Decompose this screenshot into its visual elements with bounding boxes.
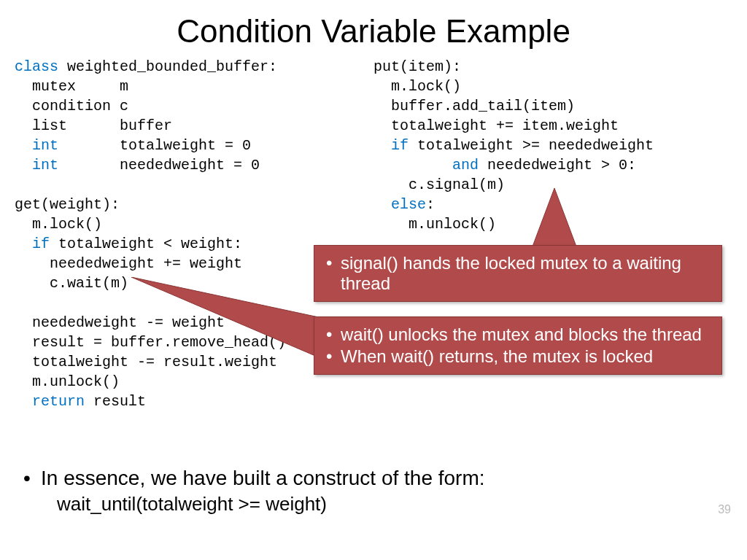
kw-return: return xyxy=(32,393,85,410)
code-text: condition c xyxy=(15,98,128,114)
code-text: c.wait(m) xyxy=(15,275,128,292)
svg-marker-1 xyxy=(131,277,336,365)
code-text: m.lock() xyxy=(374,78,461,95)
code-text: m.unlock() xyxy=(15,373,120,390)
kw-if: if xyxy=(32,236,50,252)
code-text: totalweight = 0 xyxy=(58,137,251,154)
code-text: buffer.add_tail(item) xyxy=(374,98,575,114)
callout-arrow-signal xyxy=(525,188,591,254)
callout-signal: signal() hands the locked mutex to a wai… xyxy=(314,245,722,302)
code-text xyxy=(15,393,32,410)
code-text: totalweight >= neededweight xyxy=(409,137,654,154)
code-text xyxy=(374,196,391,213)
code-text xyxy=(15,137,32,154)
code-text xyxy=(374,137,391,154)
page-number: 39 xyxy=(718,503,731,516)
code-text: totalweight += item.weight xyxy=(374,117,619,134)
bottom-note: In essence, we have built a construct of… xyxy=(22,467,485,516)
bottom-line1: In essence, we have built a construct of… xyxy=(22,467,485,490)
kw-and: and xyxy=(452,157,479,174)
code-text xyxy=(15,157,32,174)
code-text xyxy=(15,236,32,252)
code-text: mutex m xyxy=(15,78,128,95)
callout-bullet: wait() unlocks the mutex and blocks the … xyxy=(320,324,714,345)
kw-if: if xyxy=(391,137,409,154)
bottom-line2: wait_until(totalweight >= weight) xyxy=(22,493,485,516)
kw-int: int xyxy=(32,137,58,154)
code-text: neededweight > 0: xyxy=(479,157,636,174)
callout-arrow-wait xyxy=(131,277,336,365)
svg-marker-0 xyxy=(533,188,576,246)
kw-class: class xyxy=(15,58,58,75)
code-text: neededweight += weight xyxy=(15,255,242,272)
code-text: list buffer xyxy=(15,117,172,134)
code-text: neededweight = 0 xyxy=(58,157,260,174)
callout-bullet: When wait() returns, the mutex is locked xyxy=(320,346,714,367)
code-text: m.lock() xyxy=(15,216,102,233)
kw-else: else xyxy=(391,196,426,213)
code-text: put(item): xyxy=(374,58,461,75)
code-text xyxy=(15,295,23,311)
code-text: weighted_bounded_buffer: xyxy=(58,58,277,75)
code-text: result xyxy=(85,393,146,410)
code-text: : xyxy=(426,196,435,213)
code-text xyxy=(374,157,452,174)
kw-int: int xyxy=(32,157,58,174)
code-text: m.unlock() xyxy=(374,216,496,233)
callout-bullet: signal() hands the locked mutex to a wai… xyxy=(320,253,714,294)
code-text: totalweight < weight: xyxy=(50,236,242,252)
code-text xyxy=(15,176,23,193)
code-text: c.signal(m) xyxy=(374,176,505,193)
callout-wait: wait() unlocks the mutex and blocks the … xyxy=(314,316,722,375)
slide-title: Condition Variable Example xyxy=(0,0,747,57)
code-text: get(weight): xyxy=(15,196,120,213)
